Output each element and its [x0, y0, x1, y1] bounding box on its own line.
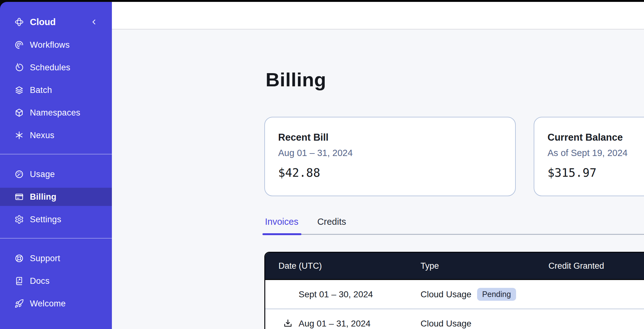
settings-icon [14, 215, 24, 224]
invoices-table: Date (UTC) Type Credit Granted Sept 01 –… [264, 252, 644, 329]
status-badge: Pending [477, 288, 516, 301]
card-title: Current Balance [548, 131, 644, 144]
column-header-credit-granted: Credit Granted [548, 261, 644, 271]
sidebar-nav-help: Support Docs [0, 239, 112, 313]
table-row: Sept 01 – 30, 2024 Cloud Usage Pending [265, 280, 644, 309]
card-amount: $315.97 [548, 166, 644, 180]
schedules-icon [14, 63, 24, 72]
temporal-logo-icon [14, 17, 24, 27]
summary-cards: Recent Bill Aug 01 – 31, 2024 $42.88 Cur… [264, 117, 644, 196]
billing-tabs: Invoices Credits [264, 216, 644, 235]
sidebar-nav-primary: Workflows Schedules [0, 32, 112, 144]
sidebar-item-namespaces[interactable]: Namespaces [0, 104, 112, 122]
app-window: Billing Recent Bill Aug 01 – 31, 2024 $4… [0, 0, 644, 329]
card-subtitle: As of Sept 19, 2024 [548, 147, 644, 159]
rocket-icon [14, 299, 24, 308]
column-header-type: Type [421, 261, 548, 271]
sidebar: Cloud Workflows [0, 2, 112, 329]
namespaces-icon [14, 108, 24, 117]
invoice-type: Cloud Usage [421, 319, 471, 329]
billing-page: Billing Recent Bill Aug 01 – 31, 2024 $4… [264, 67, 644, 329]
workflows-icon [14, 40, 24, 50]
tab-credits[interactable]: Credits [316, 216, 347, 234]
nexus-icon [14, 131, 24, 140]
invoice-date-cell: Sept 01 – 30, 2024 [265, 288, 421, 301]
sidebar-nav-account: Usage Billing [0, 154, 112, 229]
sidebar-item-usage[interactable]: Usage [0, 165, 112, 183]
card-amount: $42.88 [278, 166, 502, 180]
invoice-type-cell: Cloud Usage [421, 319, 548, 329]
main-area: Billing Recent Bill Aug 01 – 31, 2024 $4… [112, 2, 644, 329]
table-row: Aug 01 – 31, 2024 Cloud Usage [265, 309, 644, 329]
usage-icon [14, 170, 24, 179]
sidebar-item-settings[interactable]: Settings [0, 210, 112, 229]
page-title: Billing [266, 67, 644, 92]
invoice-date: Sept 01 – 30, 2024 [299, 289, 373, 299]
column-header-date: Date (UTC) [265, 261, 421, 271]
invoice-date: Aug 01 – 31, 2024 [299, 319, 371, 329]
sidebar-item-batch[interactable]: Batch [0, 81, 112, 99]
support-icon [14, 254, 24, 263]
sidebar-item-billing[interactable]: Billing [0, 188, 112, 206]
batch-icon [14, 85, 24, 95]
download-slot-empty [282, 288, 294, 301]
invoice-type-cell: Cloud Usage Pending [421, 288, 548, 301]
sidebar-item-welcome[interactable]: Welcome [0, 294, 112, 313]
top-bar [112, 2, 644, 30]
download-icon[interactable] [282, 317, 294, 329]
card-subtitle: Aug 01 – 31, 2024 [278, 147, 502, 159]
sidebar-item-docs[interactable]: Docs [0, 272, 112, 290]
billing-icon [14, 192, 24, 202]
table-header-row: Date (UTC) Type Credit Granted [265, 253, 644, 280]
sidebar-item-nexus[interactable]: Nexus [0, 126, 112, 144]
sidebar-brand: Cloud [0, 12, 112, 32]
invoice-type: Cloud Usage [421, 289, 471, 299]
recent-bill-card: Recent Bill Aug 01 – 31, 2024 $42.88 [264, 117, 516, 196]
sidebar-item-support[interactable]: Support [0, 249, 112, 267]
docs-icon [14, 276, 24, 286]
sidebar-item-workflows[interactable]: Workflows [0, 36, 112, 54]
card-title: Recent Bill [278, 131, 502, 144]
chevron-left-icon[interactable] [90, 18, 98, 26]
brand-label: Cloud [30, 17, 56, 27]
tab-invoices[interactable]: Invoices [264, 216, 299, 234]
current-balance-card: Current Balance As of Sept 19, 2024 $315… [534, 117, 644, 196]
sidebar-item-schedules[interactable]: Schedules [0, 58, 112, 77]
invoice-date-cell: Aug 01 – 31, 2024 [265, 317, 421, 329]
